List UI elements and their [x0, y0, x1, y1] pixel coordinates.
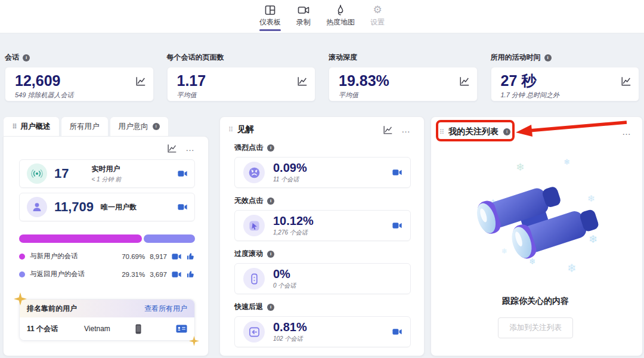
- legend-pct: 70.69%: [122, 253, 145, 260]
- live-users-value: 17: [54, 166, 69, 181]
- legend-pct: 29.31%: [122, 271, 145, 278]
- tab-label: 所有用户: [70, 122, 100, 132]
- insight-value: 0.09%: [273, 161, 307, 174]
- metric-value: 19.83%: [339, 72, 467, 90]
- nav-heatmap[interactable]: 热度地图: [326, 4, 355, 31]
- legend-count: 3,697: [150, 271, 167, 278]
- settings-icon: ⚙: [373, 4, 382, 16]
- live-users-row[interactable]: 17 实时用户 < 1 分钟 前: [19, 159, 195, 188]
- excessive-scrolling-card[interactable]: 0% 0 个会话: [234, 263, 411, 294]
- watchlist-title: 我的关注列表: [448, 126, 499, 137]
- nav-heatmap-label: 热度地图: [326, 17, 355, 27]
- view-all-users-link[interactable]: 查看所有用户: [144, 304, 187, 314]
- new-vs-returning-bar: [19, 234, 195, 243]
- insights-title: 见解: [237, 124, 254, 135]
- top-users-title: 排名靠前的用户: [27, 304, 77, 314]
- metric-label: 每个会话的页面数: [167, 53, 224, 63]
- tab-all-users[interactable]: 所有用户: [61, 116, 109, 136]
- unique-users-row[interactable]: 11,709 唯一用户数: [19, 193, 195, 221]
- insight-label: 强烈点击: [234, 143, 263, 153]
- more-menu-icon[interactable]: …: [401, 126, 411, 132]
- top-users-card: 排名靠前的用户 查看所有用户 11 个会话 Vietnam: [19, 299, 195, 341]
- nav-dashboard[interactable]: 仪表板: [259, 4, 281, 31]
- user-id-card-icon[interactable]: [176, 325, 187, 333]
- metric-label: 滚动深度: [329, 53, 357, 63]
- tab-user-overview[interactable]: ⠿ 用户概述: [3, 116, 60, 136]
- metric-subtitle: 平均值: [177, 91, 306, 100]
- insight-value: 0%: [273, 267, 296, 280]
- chart-toggle-icon[interactable]: [167, 143, 177, 153]
- recordings-icon: [298, 4, 309, 16]
- metric-value: 27 秒: [501, 72, 630, 90]
- binoculars-illustration: [470, 172, 601, 274]
- top-user-row[interactable]: 11 个会话 Vietnam: [20, 317, 194, 340]
- metric-subtitle: 平均值: [339, 91, 467, 100]
- metric-sessions: 会话 12,609 549 排除机器人会话: [5, 53, 154, 101]
- quick-back-icon: [248, 326, 261, 338]
- legend-label: 与返回用户的会话: [30, 270, 117, 279]
- watch-recordings-icon[interactable]: [178, 170, 187, 177]
- info-icon[interactable]: [267, 304, 274, 311]
- chart-toggle-icon[interactable]: [621, 76, 631, 87]
- chart-toggle-icon[interactable]: [297, 76, 308, 87]
- tab-user-intent[interactable]: 用户意向: [110, 116, 169, 136]
- metric-subtitle: 1.7 分钟 总时间之外: [501, 91, 630, 100]
- heatmap-icon: [335, 4, 346, 16]
- metric-label: 所用的活动时间: [491, 53, 541, 63]
- dead-clicks-card[interactable]: 10.12% 1,276 个会话: [234, 210, 411, 241]
- chart-toggle-icon[interactable]: [459, 76, 470, 87]
- legend-dot: [19, 254, 25, 260]
- drag-handle-icon[interactable]: ⠿: [12, 123, 17, 131]
- nav-settings[interactable]: ⚙ 设置: [370, 4, 385, 31]
- chart-toggle-icon[interactable]: [135, 76, 146, 87]
- watch-recordings-icon[interactable]: [178, 203, 187, 211]
- legend-count: 8,917: [150, 253, 167, 260]
- info-icon[interactable]: [23, 54, 30, 61]
- watch-recordings-icon[interactable]: [392, 328, 402, 335]
- legend-label: 与新用户的会话: [30, 252, 117, 261]
- insight-value: 0.81%: [273, 320, 307, 334]
- insight-label: 过度滚动: [234, 249, 263, 259]
- info-icon[interactable]: [267, 144, 274, 152]
- nav-recordings[interactable]: 录制: [296, 4, 311, 31]
- metric-active-time: 所用的活动时间 27 秒 1.7 分钟 总时间之外: [491, 53, 640, 101]
- insight-label: 无效点击: [234, 196, 263, 206]
- watch-recordings-icon[interactable]: [392, 222, 402, 229]
- mobile-device-icon: [135, 324, 141, 334]
- insight-sessions: 1,276 个会话: [273, 229, 314, 237]
- drag-handle-icon[interactable]: ⠿: [228, 126, 233, 134]
- insight-sessions: 11 个会话: [273, 175, 307, 184]
- metric-subtitle: 549 排除机器人会话: [15, 91, 144, 100]
- watch-recordings-icon[interactable]: [172, 271, 181, 278]
- info-icon[interactable]: [544, 54, 552, 61]
- more-menu-icon[interactable]: …: [185, 145, 195, 151]
- live-users-icon: [31, 168, 43, 180]
- quick-backs-card[interactable]: 0.81% 102 个会话: [234, 316, 411, 347]
- info-icon[interactable]: [503, 128, 510, 135]
- snowflake-icon: ❄: [564, 158, 570, 166]
- top-user-country: Vietnam: [84, 325, 135, 333]
- thumbs-up-icon[interactable]: [186, 252, 195, 261]
- info-icon[interactable]: [267, 197, 274, 205]
- thumbs-up-icon[interactable]: [186, 270, 195, 279]
- metric-value: 1.17: [177, 72, 306, 90]
- sparkle-icon: [189, 336, 199, 346]
- rage-click-icon: [248, 166, 261, 179]
- metric-pages-per-session: 每个会话的页面数 1.17 平均值: [167, 53, 316, 101]
- sparkle-icon: [14, 292, 27, 305]
- watch-recordings-icon[interactable]: [172, 253, 181, 260]
- watchlist-empty-caption: 跟踪你关心的内容: [439, 296, 631, 307]
- insight-sessions: 102 个会话: [273, 335, 307, 343]
- split-bar-new: [19, 234, 142, 243]
- drag-handle-icon[interactable]: ⠿: [439, 128, 444, 136]
- chart-toggle-icon[interactable]: [383, 125, 393, 135]
- metric-scroll-depth: 滚动深度 19.83% 平均值: [329, 53, 478, 101]
- info-icon[interactable]: [153, 123, 160, 130]
- info-icon[interactable]: [267, 251, 274, 258]
- add-to-watchlist-button[interactable]: 添加到关注列表: [498, 317, 573, 338]
- legend-dot: [19, 271, 25, 277]
- more-menu-icon[interactable]: …: [622, 129, 631, 135]
- rage-clicks-card[interactable]: 0.09% 11 个会话: [234, 157, 411, 188]
- watch-recordings-icon[interactable]: [392, 169, 402, 176]
- users-panel-body: … 17 实时用户 < 1 分钟 前 11,709 唯一用户数 与新用户的会话 …: [3, 136, 209, 356]
